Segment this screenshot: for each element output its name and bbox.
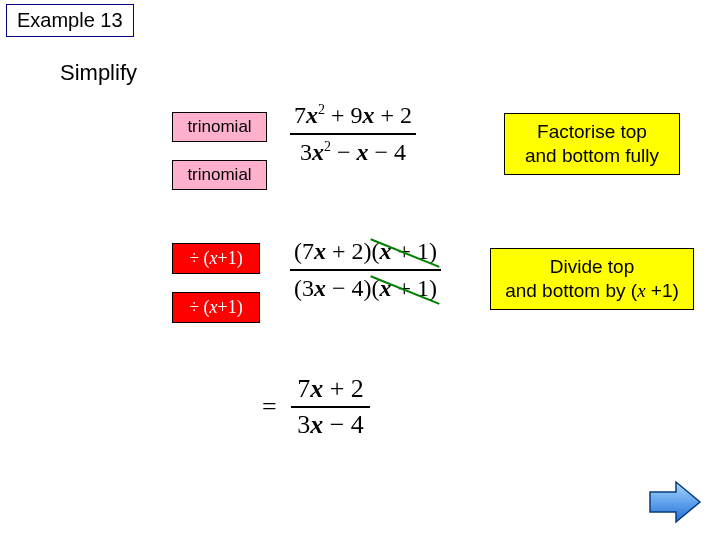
hint-factorise: Factorise top and bottom fully: [504, 113, 680, 175]
const: 2: [351, 374, 364, 403]
const: 2: [400, 102, 412, 128]
subheading: Simplify: [60, 60, 137, 86]
fraction-bar: [290, 133, 416, 135]
coef: 9: [351, 102, 363, 128]
example-title: Example 13: [6, 4, 134, 37]
const: 4: [352, 275, 364, 301]
numerator: 7x2 + 9x + 2: [290, 100, 416, 131]
divide-prefix: ÷ (: [189, 297, 209, 317]
const: 4: [351, 410, 364, 439]
tag-trinomial-top: trinomial: [172, 112, 267, 142]
tag-divide-bottom: ÷ (x+1): [172, 292, 260, 323]
coef: 7: [297, 374, 310, 403]
hint-line: and bottom fully: [525, 145, 659, 166]
denominator: 3x2 − x − 4: [290, 137, 416, 168]
hint-line: Factorise top: [537, 121, 647, 142]
denominator: 3x − 4: [291, 410, 370, 440]
divide-suffix: +1): [218, 297, 243, 317]
divide-var: x: [210, 248, 218, 268]
coef: 7: [302, 238, 314, 264]
fraction-bar: [291, 406, 370, 408]
equals-sign: =: [262, 392, 277, 422]
numerator: (7x + 2)(x + 1): [290, 236, 441, 267]
svg-marker-0: [650, 482, 700, 522]
coef: 3: [302, 275, 314, 301]
const: 2: [352, 238, 364, 264]
fraction-bar: [290, 269, 441, 271]
hint-divide: Divide top and bottom by (x +1): [490, 248, 694, 310]
coef: 3: [297, 410, 310, 439]
divide-suffix: +1): [218, 248, 243, 268]
expression-original: 7x2 + 9x + 2 3x2 − x − 4: [290, 100, 416, 168]
divide-var: x: [210, 297, 218, 317]
tag-divide-top: ÷ (x+1): [172, 243, 260, 274]
divide-prefix: ÷ (: [189, 248, 209, 268]
expression-factored: (7x + 2)(x + 1) (3x − 4)(x + 1): [290, 236, 441, 304]
coef: 3: [300, 139, 312, 165]
next-arrow-icon[interactable]: [648, 480, 702, 524]
hint-line-a: and bottom by (: [505, 280, 637, 301]
const: 4: [394, 139, 406, 165]
coef: 7: [294, 102, 306, 128]
hint-var: x: [637, 280, 645, 301]
numerator: 7x + 2: [291, 374, 370, 404]
expression-result: = 7x + 2 3x − 4: [262, 374, 370, 440]
tag-trinomial-bottom: trinomial: [172, 160, 267, 190]
hint-line: Divide top: [550, 256, 635, 277]
hint-line-b: +1): [646, 280, 679, 301]
denominator: (3x − 4)(x + 1): [290, 273, 441, 304]
